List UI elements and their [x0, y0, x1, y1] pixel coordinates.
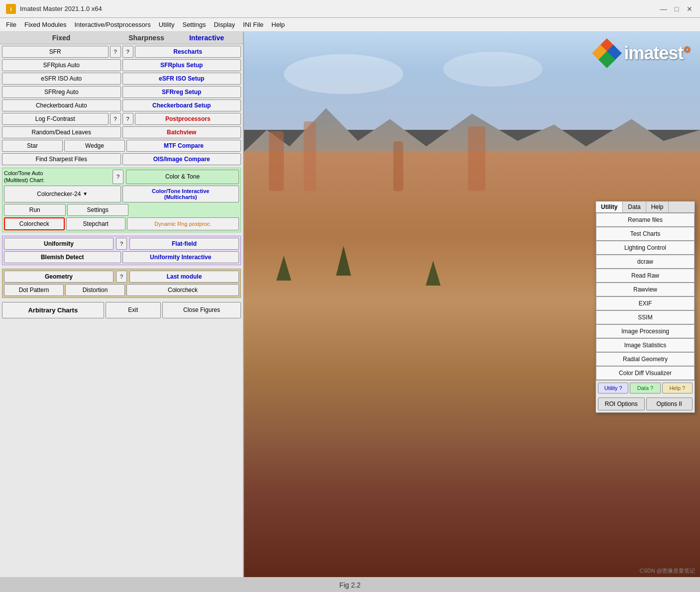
sfrreg-auto-button[interactable]: SFRreg Auto — [2, 86, 121, 98]
checkerboard-auto-button[interactable]: Checkerboard Auto — [2, 99, 121, 111]
star-button[interactable]: Star — [2, 140, 63, 152]
rescharts-button[interactable]: Rescharts — [135, 46, 241, 58]
dynamic-rng-button[interactable]: Dynamic Rng postproc. — [127, 217, 239, 230]
exif-button[interactable]: EXIF — [596, 296, 695, 310]
utility-q-button[interactable]: Utility ? — [598, 383, 628, 394]
lighting-control-button[interactable]: Lighting Control — [596, 241, 695, 255]
header-fixed: Fixed — [1, 34, 121, 42]
utility-bottom-row: ROI Options Options II — [596, 395, 695, 412]
arbitrary-charts-button[interactable]: Arbitrary Charts — [2, 302, 104, 318]
menu-display[interactable]: Display — [214, 21, 235, 28]
sfr-question-button[interactable]: ? — [110, 46, 121, 58]
rawview-button[interactable]: Rawview — [596, 283, 695, 296]
sfr-question2-button[interactable]: ? — [122, 46, 133, 58]
last-module-button[interactable]: Last module — [129, 271, 239, 283]
data-q-button[interactable]: Data ? — [630, 383, 660, 394]
options-ii-button[interactable]: Options II — [646, 397, 693, 410]
utility-panel: Utility Data Help Rename files Test Char… — [595, 201, 695, 413]
menu-help[interactable]: Help — [271, 21, 285, 28]
menu-utility[interactable]: Utility — [159, 21, 175, 28]
ois-compare-button[interactable]: OIS/Image Compare — [122, 153, 241, 165]
radial-geometry-button[interactable]: Radial Geometry — [596, 352, 695, 366]
uniformity-button[interactable]: Uniformity — [4, 238, 114, 250]
esfr-auto-button[interactable]: eSFR ISO Auto — [2, 73, 121, 85]
flat-field-button[interactable]: Flat-field — [129, 238, 239, 250]
utility-tab-data[interactable]: Data — [623, 201, 646, 212]
postprocessors-button[interactable]: Postprocessors — [135, 113, 241, 125]
colortone-bottom-row: Colorcheck Stepchart Dynamic Rng postpro… — [4, 217, 239, 230]
left-panel: Fixed Sharpness Interactive SFR ? ? Resc… — [0, 32, 244, 577]
menu-fixed-modules[interactable]: Fixed Modules — [24, 21, 67, 28]
logf-row: Log F-Contrast ? ? Postprocessors — [2, 113, 241, 125]
checkerboard-setup-button[interactable]: Checkerboard Setup — [122, 99, 241, 111]
color-diff-visualizer-button[interactable]: Color Diff VIsualizer — [596, 366, 695, 380]
colortone-question-button[interactable]: ? — [113, 170, 123, 184]
menu-interactive[interactable]: Interactive/Postprocessors — [75, 21, 151, 28]
sfrplus-row: SFRplus Auto SFRplus Setup — [2, 59, 241, 71]
settings-button[interactable]: Settings — [67, 204, 129, 216]
colorcheck-button[interactable]: Colorcheck — [4, 217, 65, 230]
geometry-colorcheck-button[interactable]: Colorcheck — [126, 284, 239, 296]
geometry-button[interactable]: Geometry — [4, 271, 114, 283]
colortone-dropdown-row: Colorchecker-24 ▼ Color/Tone Interactive… — [4, 186, 239, 202]
logf-question2-button[interactable]: ? — [122, 113, 133, 125]
panel-content: SFR ? ? Rescharts SFRplus Auto SFRplus S… — [0, 44, 243, 320]
minimize-button[interactable]: — — [659, 4, 668, 13]
logo-area: imatest° — [594, 41, 690, 66]
uniformity-interactive-button[interactable]: Uniformity Interactive — [122, 251, 239, 263]
menu-file[interactable]: File — [6, 21, 16, 28]
rename-files-button[interactable]: Rename files — [596, 213, 695, 227]
distortion-button[interactable]: Distortion — [65, 284, 125, 296]
find-sharpest-button[interactable]: Find Sharpest Files — [2, 153, 121, 165]
sfrplus-auto-button[interactable]: SFRplus Auto — [2, 59, 121, 71]
dcraw-button[interactable]: dcraw — [596, 255, 695, 269]
utility-tab-help[interactable]: Help — [646, 201, 669, 212]
roi-options-button[interactable]: ROI Options — [598, 397, 645, 410]
logo-text: imatest° — [624, 43, 690, 64]
read-raw-button[interactable]: Read Raw — [596, 269, 695, 283]
section-headers: Fixed Sharpness Interactive — [0, 32, 243, 44]
colortone-header-row: Color/Tone Auto(Multitest) Chart: ? Colo… — [4, 170, 239, 184]
logf-question-button[interactable]: ? — [110, 113, 121, 125]
header-sharpness: Sharpness — [121, 34, 171, 42]
logf-button[interactable]: Log F-Contrast — [2, 113, 109, 125]
geometry-question-button[interactable]: ? — [116, 271, 127, 283]
sfrreg-setup-button[interactable]: SFRreg Setup — [122, 86, 241, 98]
ssim-button[interactable]: SSIM — [596, 310, 695, 324]
image-statistics-button[interactable]: Image Statistics — [596, 338, 695, 352]
esfr-setup-button[interactable]: eSFR ISO Setup — [122, 73, 241, 85]
utility-tab-utility[interactable]: Utility — [596, 201, 623, 212]
run-button[interactable]: Run — [4, 204, 66, 216]
uniformity-question-button[interactable]: ? — [116, 238, 127, 250]
close-figures-button[interactable]: Close Figures — [162, 302, 241, 318]
star-wedge-row: Star Wedge MTF Compare — [2, 140, 241, 152]
image-processing-button[interactable]: Image Processing — [596, 324, 695, 338]
dot-pattern-button[interactable]: Dot Pattern — [4, 284, 64, 296]
stepchart-button[interactable]: Stepchart — [66, 217, 126, 230]
mtf-compare-button[interactable]: MTF Compare — [126, 140, 241, 152]
wedge-button[interactable]: Wedge — [64, 140, 125, 152]
close-button[interactable]: ✕ — [685, 4, 694, 13]
uniformity-section: Uniformity ? Flat-field Blemish Detect U… — [2, 236, 241, 265]
titlebar: i Imatest Master 2021.1.0 x64 — □ ✕ — [0, 0, 700, 18]
help-q-button[interactable]: Help ? — [662, 383, 693, 394]
sfr-button[interactable]: SFR — [2, 46, 109, 58]
menu-settings[interactable]: Settings — [182, 21, 206, 28]
utility-footer: Utility ? Data ? Help ? — [596, 380, 695, 395]
maximize-button[interactable]: □ — [672, 4, 681, 13]
colorchecker-dropdown[interactable]: Colorchecker-24 ▼ — [4, 186, 121, 202]
test-charts-button[interactable]: Test Charts — [596, 227, 695, 241]
menu-ini-file[interactable]: INI File — [243, 21, 263, 28]
fig-number: Fig 2.2 — [340, 581, 361, 589]
color-tone-interactive-button[interactable]: Color/Tone Interactive(Multicharts) — [122, 186, 239, 202]
window-controls[interactable]: — □ ✕ — [659, 4, 694, 13]
blemish-detect-button[interactable]: Blemish Detect — [4, 251, 121, 263]
exit-button[interactable]: Exit — [106, 302, 161, 318]
fig-credit: CSDN @图像质量笔记 — [640, 567, 695, 575]
batchview-button[interactable]: Batchview — [122, 126, 241, 138]
random-dead-leaves-button[interactable]: Random/Dead Leaves — [2, 126, 121, 138]
uniformity-row2: Blemish Detect Uniformity Interactive — [4, 251, 239, 263]
logo-dot: ° — [684, 43, 690, 63]
sfrplus-setup-button[interactable]: SFRplus Setup — [122, 59, 241, 71]
color-tone-button[interactable]: Color & Tone — [126, 170, 239, 184]
